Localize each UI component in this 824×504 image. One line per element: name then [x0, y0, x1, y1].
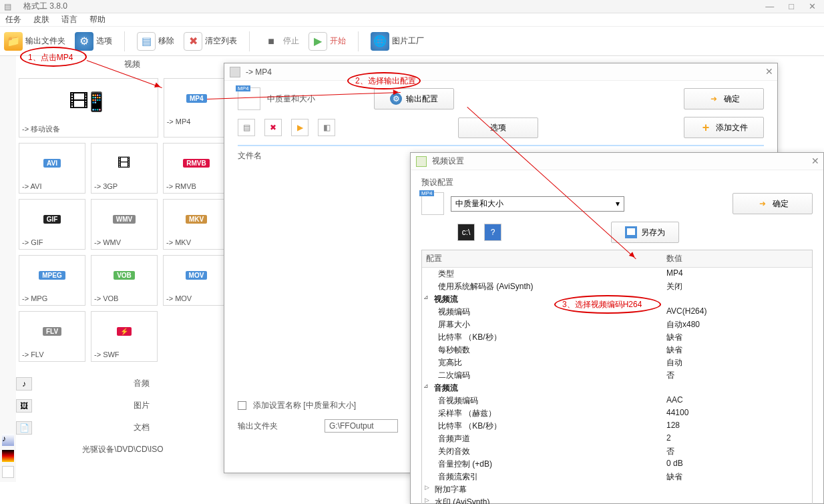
format-rmvb[interactable]: RMVB-> RMVB	[163, 143, 230, 194]
mkv-file-icon: MKV	[166, 202, 226, 236]
tab-video[interactable]: 视频	[124, 59, 140, 70]
format-avi[interactable]: AVI-> AVI	[19, 143, 85, 194]
toolbar-divider	[358, 31, 359, 51]
add-setting-name-label: 添加设置名称 [中质量和大小]	[253, 400, 356, 411]
stop-icon: ■	[262, 32, 280, 51]
settings-row[interactable]: 音频声道2	[422, 433, 812, 445]
output-config-button[interactable]: ⚙ 输出配置	[374, 88, 454, 109]
dialog-title: -> MP4	[246, 67, 272, 77]
format-mkv[interactable]: MKV-> MKV	[163, 199, 230, 250]
settings-row[interactable]: 屏幕大小自动x480	[422, 318, 812, 331]
tab-doc[interactable]: 文档	[35, 417, 248, 439]
settings-row[interactable]: 类型MP4	[422, 268, 812, 280]
swf-file-icon: ⚡	[94, 314, 154, 348]
info-icon[interactable]: ◧	[318, 119, 335, 136]
add-file-button[interactable]: + 添加文件	[684, 117, 764, 138]
column-value: 数值	[662, 250, 812, 267]
dialog-title: 视频设置	[432, 156, 464, 167]
left-rail: ♪	[0, 56, 16, 482]
close-icon[interactable]: ✕	[805, 1, 820, 11]
delete-icon[interactable]: ✖	[264, 119, 282, 136]
format-swf[interactable]: ⚡-> SWF	[91, 311, 158, 362]
settings-row[interactable]: 视频编码AVC(H264)	[422, 306, 812, 318]
avi-file-icon: AVI	[22, 146, 82, 180]
cmd-icon[interactable]: c:\	[457, 224, 475, 241]
add-icon[interactable]: ▤	[238, 119, 255, 136]
close-icon[interactable]: ✕	[811, 156, 819, 166]
settings-row[interactable]: 二次编码否	[422, 369, 812, 382]
menu-skin[interactable]: 皮肤	[33, 14, 49, 25]
clear-icon: ✖	[184, 32, 202, 51]
tab-image[interactable]: 图片	[35, 395, 248, 417]
close-icon[interactable]: ✕	[765, 66, 773, 77]
settings-row[interactable]: 视频流	[422, 293, 812, 306]
app-title: 格式⼯ 3.8.0	[23, 1, 67, 12]
settings-row[interactable]: 关闭音效否	[422, 445, 812, 458]
doc-icon[interactable]	[2, 466, 14, 478]
format-column: 视频 🎞📱 -> 移动设备 MP4 -> MP4 AVI-> AVI 🎞-> 3…	[16, 56, 248, 482]
settings-row[interactable]: 每秒帧数缺省	[422, 344, 812, 356]
remove-button[interactable]: ▤移除	[137, 32, 174, 51]
picture-factory-button[interactable]: 🌐图片工厂	[371, 32, 424, 51]
settings-row[interactable]: 音频流	[422, 382, 812, 395]
settings-row[interactable]: 使用系统解码器 (AviSynth)关闭	[422, 280, 812, 293]
arrow-right-icon: ➜	[757, 198, 769, 210]
format-gif[interactable]: GIF-> GIF	[19, 199, 85, 250]
play-icon: ▶	[308, 32, 327, 51]
dialog-icon	[416, 156, 427, 167]
ok-button[interactable]: ➜ 确定	[733, 193, 813, 214]
preset-label: 预设配置	[421, 177, 813, 188]
settings-row[interactable]: 音频流索引缺省	[422, 471, 812, 483]
add-setting-name-checkbox[interactable]	[238, 401, 246, 410]
toolbar-divider	[249, 31, 250, 51]
menu-tasks[interactable]: 任务	[5, 14, 21, 25]
format-3gp[interactable]: 🎞-> 3GP	[91, 143, 158, 194]
doc-icon[interactable]: 📄	[16, 421, 32, 435]
settings-row[interactable]: 比特率 （KB/秒）缺省	[422, 331, 812, 344]
wmv-file-icon: WMV	[94, 202, 154, 236]
clear-list-button[interactable]: ✖清空列表	[184, 32, 237, 51]
app-menu-icon[interactable]: ▤	[4, 2, 11, 11]
tab-optical[interactable]: 光驱设备\DVD\CD\ISO	[16, 439, 230, 461]
maximize-icon[interactable]: □	[785, 1, 798, 11]
audio-icon[interactable]: ♪	[16, 377, 32, 391]
format-flv[interactable]: FLV-> FLV	[19, 311, 85, 362]
tab-audio[interactable]: 音频	[35, 372, 248, 395]
format-mpg[interactable]: MPEG-> MPG	[19, 255, 85, 306]
image-icon[interactable]: 🖼	[16, 399, 32, 413]
settings-row[interactable]: 水印 (AviSynth)	[422, 496, 812, 504]
folder-icon: 📁	[4, 32, 23, 51]
settings-row[interactable]: 音视频编码AAC	[422, 395, 812, 407]
mp4-icon	[238, 87, 260, 110]
format-mobile[interactable]: 🎞📱 -> 移动设备	[19, 78, 158, 138]
chevron-down-icon: ▾	[616, 199, 620, 208]
format-wmv[interactable]: WMV-> WMV	[91, 199, 158, 250]
start-button[interactable]: ▶开始	[308, 32, 346, 51]
output-path-field[interactable]: G:\FFOutput	[325, 419, 398, 433]
dialog-icon	[230, 67, 240, 77]
format-vob[interactable]: VOB-> VOB	[91, 255, 158, 306]
play-icon[interactable]: ▶	[291, 119, 308, 136]
save-as-button[interactable]: 另存为	[611, 222, 679, 243]
music-icon[interactable]: ♪	[2, 434, 14, 446]
vob-file-icon: VOB	[94, 258, 154, 292]
stop-button[interactable]: ■停止	[262, 32, 299, 51]
quality-select[interactable]: 中质量和大小▾	[451, 196, 624, 212]
ok-button[interactable]: ➜ 确定	[684, 88, 764, 109]
settings-row[interactable]: 音量控制 (+dB)0 dB	[422, 458, 812, 471]
flag-icon[interactable]	[2, 450, 14, 462]
menu-help[interactable]: 帮助	[89, 14, 106, 25]
help-icon[interactable]: ?	[484, 224, 501, 241]
format-mov[interactable]: MOV-> MOV	[163, 255, 230, 306]
menu-language[interactable]: 语言	[61, 14, 77, 25]
output-folder-button[interactable]: 📁输出文件夹	[4, 32, 65, 51]
options-button[interactable]: ⚙选项	[75, 32, 112, 51]
settings-row[interactable]: 比特率 （KB/秒）128	[422, 420, 812, 433]
minimize-icon[interactable]: —	[761, 1, 778, 11]
format-mp4[interactable]: MP4 -> MP4	[164, 78, 230, 138]
column-config: 配置	[422, 250, 662, 267]
menubar: 任务 皮肤 语言 帮助	[0, 13, 824, 27]
settings-row[interactable]: 宽高比自动	[422, 356, 812, 369]
settings-row[interactable]: 采样率 （赫兹）44100	[422, 407, 812, 420]
settings-row[interactable]: 附加字幕	[422, 483, 812, 496]
